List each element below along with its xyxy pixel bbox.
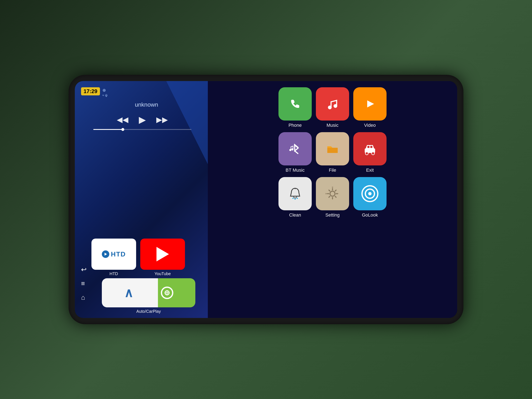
golook-label: GoLook	[362, 212, 378, 218]
exit-app[interactable]: Exit	[353, 132, 386, 173]
file-icon-img	[316, 132, 349, 165]
left-panel: 17:29 ⊕ ≈ ψ unknown ◀◀ ▶ ▶▶	[75, 81, 208, 318]
svg-point-7	[289, 149, 291, 151]
htd-icon-img: HTD	[91, 239, 136, 270]
app-grid-panel: Phone Music	[208, 81, 457, 318]
car-bezel: 17:29 ⊕ ≈ ψ unknown ◀◀ ▶ ▶▶	[69, 75, 463, 324]
file-app[interactable]: File	[316, 132, 349, 173]
svg-point-23	[368, 192, 372, 195]
video-app[interactable]: Video	[353, 87, 386, 128]
wifi-icon: ≈ ψ	[102, 94, 108, 97]
htd-label: HTD	[109, 271, 118, 276]
carplay-app[interactable]: ∧ Auto/CarPlay	[91, 278, 206, 314]
time-display: 17:29	[81, 87, 100, 95]
music-label: Music	[326, 123, 338, 128]
youtube-app[interactable]: YouTube	[140, 239, 185, 276]
youtube-icon-img	[140, 239, 185, 270]
app-row-2: BT Music File	[214, 132, 451, 173]
clean-app[interactable]: Clean	[279, 177, 312, 218]
htd-label-inner: HTD	[111, 250, 126, 258]
svg-rect-13	[367, 146, 369, 148]
svg-marker-0	[105, 253, 107, 256]
side-nav: ↩ ≡ ⌂	[81, 266, 87, 301]
home-button[interactable]: ⌂	[81, 294, 87, 301]
player-controls: ◀◀ ▶ ▶▶	[81, 114, 204, 125]
svg-point-12	[372, 152, 374, 155]
back-button[interactable]: ↩	[81, 266, 87, 273]
play-button[interactable]: ▶	[139, 114, 146, 125]
htd-app[interactable]: HTD HTD	[91, 239, 136, 276]
svg-marker-6	[367, 100, 374, 108]
setting-app[interactable]: Setting	[316, 177, 349, 218]
svg-point-16	[292, 198, 294, 199]
screen: 17:29 ⊕ ≈ ψ unknown ◀◀ ▶ ▶▶	[75, 81, 457, 318]
phone-app[interactable]: Phone	[279, 87, 312, 128]
svg-rect-9	[327, 148, 338, 153]
svg-point-19	[330, 191, 335, 196]
carplay-circle-icon	[161, 287, 173, 299]
exit-icon-img	[353, 132, 386, 165]
phone-label: Phone	[288, 123, 302, 128]
rewind-button[interactable]: ◀◀	[117, 115, 128, 124]
youtube-play-triangle	[157, 247, 169, 261]
phone-icon-img	[279, 87, 312, 120]
clean-label: Clean	[289, 212, 301, 218]
status-icons: ⊕ ≈ ψ	[102, 88, 108, 97]
setting-label: Setting	[325, 212, 340, 218]
forward-button[interactable]: ▶▶	[156, 115, 168, 124]
svg-point-17	[294, 198, 296, 200]
track-title: unknown	[89, 101, 204, 108]
svg-point-11	[365, 152, 368, 155]
menu-button[interactable]: ≡	[81, 280, 87, 287]
golook-icon-img	[353, 177, 386, 210]
carplay-icon-img: ∧	[102, 278, 195, 307]
svg-point-18	[297, 198, 298, 199]
progress-track	[93, 129, 191, 130]
svg-point-4	[328, 106, 332, 109]
svg-point-8	[291, 148, 293, 151]
htd-youtube-row: HTD HTD YouTube	[91, 239, 206, 276]
bluetooth-icon: ⊕	[102, 88, 108, 93]
svg-point-5	[334, 104, 337, 108]
video-label: Video	[364, 123, 376, 128]
svg-rect-14	[370, 146, 372, 148]
music-app[interactable]: Music	[316, 87, 349, 128]
btmusic-app[interactable]: BT Music	[279, 132, 312, 173]
status-bar: 17:29 ⊕ ≈ ψ	[81, 87, 204, 97]
youtube-label: YouTube	[154, 271, 171, 276]
carplay-label: Auto/CarPlay	[136, 309, 161, 314]
left-apps-section: HTD HTD YouTube	[91, 239, 206, 314]
video-icon-img	[353, 87, 386, 120]
clean-icon-img	[279, 177, 312, 210]
btmusic-label: BT Music	[285, 167, 304, 173]
btmusic-icon-img	[279, 132, 312, 165]
golook-app[interactable]: GoLook	[353, 177, 386, 218]
file-label: File	[329, 167, 336, 173]
music-icon-img	[316, 87, 349, 120]
setting-icon-img	[316, 177, 349, 210]
app-row-3: Clean Setting	[214, 177, 451, 218]
progress-bar-container[interactable]	[93, 129, 191, 130]
carplay-chevron-icon: ∧	[124, 285, 133, 300]
app-row-1: Phone Music	[214, 87, 451, 128]
htd-circle	[102, 250, 109, 258]
progress-thumb	[121, 128, 124, 131]
exit-label: Exit	[366, 167, 374, 173]
progress-fill	[93, 129, 123, 130]
